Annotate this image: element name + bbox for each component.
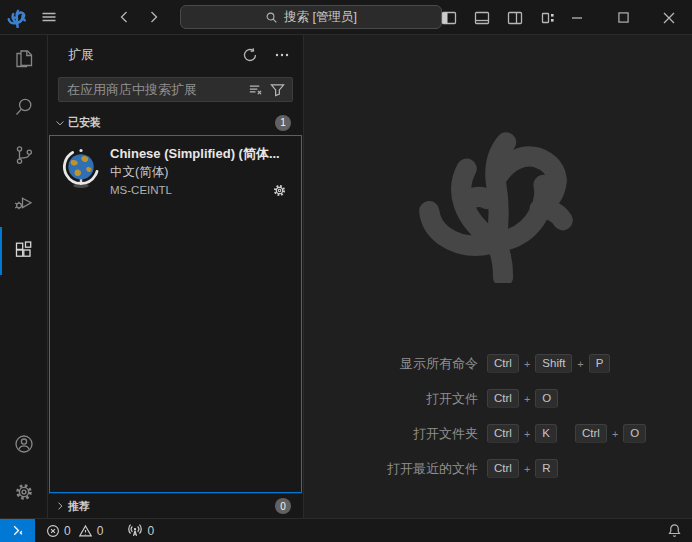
- menu-hamburger-icon[interactable]: [34, 9, 64, 25]
- extension-list-item[interactable]: Chinese (Simplified) (简体... 中文(简体) MS-CE…: [50, 136, 301, 199]
- clear-filter-icon[interactable]: [246, 81, 264, 99]
- extensions-search-input[interactable]: 在应用商店中搜索扩展: [58, 77, 293, 102]
- debug-icon: [12, 191, 36, 215]
- minimize-icon[interactable]: [554, 0, 600, 35]
- titlebar: 搜索 [管理员]: [0, 0, 692, 35]
- extension-description: 中文(简体): [110, 163, 293, 181]
- extension-meta: Chinese (Simplified) (简体... 中文(简体) MS-CE…: [110, 145, 293, 199]
- activity-bar-spacer: [0, 275, 47, 420]
- app-coral-logo-icon: [0, 7, 34, 28]
- nav-forward-arrow-icon[interactable]: [146, 9, 162, 25]
- ports-status[interactable]: 0: [121, 519, 160, 542]
- refresh-icon[interactable]: [241, 46, 259, 64]
- shortcut-open-file: 打开文件 Ctrl + O: [304, 388, 692, 409]
- shortcut-open-folder: 打开文件夹 Ctrl + K Ctrl + O: [304, 423, 692, 444]
- toggle-panel-icon[interactable]: [473, 9, 491, 27]
- search-icon: [12, 95, 36, 119]
- plus-separator: +: [524, 463, 530, 475]
- key-r: R: [535, 459, 557, 478]
- key-ctrl: Ctrl: [575, 424, 607, 443]
- remote-indicator[interactable]: [0, 519, 35, 542]
- shortcut-label: 显示所有命令: [304, 355, 478, 373]
- key-ctrl: Ctrl: [487, 424, 519, 443]
- ports-radio-tower-icon: [127, 523, 143, 538]
- error-count: 0: [64, 524, 71, 538]
- remote-icon: [10, 523, 25, 538]
- sidebar-title: 扩展: [68, 46, 94, 64]
- chevron-right-icon: [52, 498, 68, 514]
- gear-icon: [12, 480, 36, 504]
- key-shift: Shift: [535, 354, 572, 373]
- extension-publisher: MS-CEINTL: [110, 181, 172, 199]
- sidebar-item-settings[interactable]: [0, 468, 47, 516]
- key-ctrl: Ctrl: [487, 354, 519, 373]
- sidebar-item-run-debug[interactable]: [0, 179, 47, 227]
- sidebar-item-explorer[interactable]: [0, 35, 47, 83]
- error-icon: [46, 524, 60, 538]
- plus-separator: +: [524, 358, 530, 370]
- sidebar-item-search[interactable]: [0, 83, 47, 131]
- key-p: P: [589, 354, 611, 373]
- chevron-down-icon: [52, 115, 68, 131]
- section-recommended-label: 推荐: [68, 499, 90, 514]
- shortcut-show-all-commands: 显示所有命令 Ctrl + Shift + P: [304, 353, 692, 374]
- plus-separator: +: [577, 358, 583, 370]
- problems-status[interactable]: 0 0: [40, 519, 109, 542]
- shortcut-open-recent: 打开最近的文件 Ctrl + R: [304, 458, 692, 479]
- recommended-count-badge: 0: [275, 498, 291, 514]
- section-installed-label: 已安装: [68, 115, 101, 130]
- extensions-list[interactable]: Chinese (Simplified) (简体... 中文(简体) MS-CE…: [49, 135, 302, 493]
- sidebar-header: 扩展: [48, 35, 303, 75]
- installed-count-badge: 1: [275, 115, 291, 131]
- nav-back-arrow-icon[interactable]: [116, 9, 132, 25]
- key-ctrl: Ctrl: [487, 459, 519, 478]
- key-o: O: [535, 389, 558, 408]
- status-bar: 0 0 0: [0, 518, 692, 542]
- key-k: K: [535, 424, 557, 443]
- extensions-icon: [12, 239, 36, 263]
- maximize-icon[interactable]: [600, 0, 646, 35]
- command-center-search-label: 搜索 [管理员]: [284, 9, 357, 26]
- sidebar-item-source-control[interactable]: [0, 131, 47, 179]
- activity-bar: [0, 35, 48, 518]
- toggle-secondary-sidebar-icon[interactable]: [506, 9, 524, 27]
- section-recommended[interactable]: 推荐 0: [48, 493, 303, 518]
- ports-count: 0: [147, 524, 154, 538]
- section-installed[interactable]: 已安装 1: [48, 110, 303, 135]
- sidebar-item-accounts[interactable]: [0, 420, 47, 468]
- globe-language-pack-icon: [60, 148, 102, 190]
- manage-extension-gear-icon[interactable]: [272, 183, 287, 198]
- keyboard-shortcuts-watermark: 显示所有命令 Ctrl + Shift + P 打开文件 Ctrl + O 打开…: [304, 353, 692, 479]
- shortcut-label: 打开文件: [304, 390, 478, 408]
- plus-separator: +: [612, 428, 618, 440]
- warning-count: 0: [97, 524, 104, 538]
- shortcut-label: 打开最近的文件: [304, 460, 478, 478]
- notifications-bell-icon[interactable]: [657, 523, 692, 538]
- key-o: O: [623, 424, 646, 443]
- command-center-search[interactable]: 搜索 [管理员]: [180, 5, 442, 29]
- account-icon: [12, 432, 36, 456]
- git-branch-icon: [12, 143, 36, 167]
- plus-separator: +: [524, 428, 530, 440]
- editor-welcome-area: 显示所有命令 Ctrl + Shift + P 打开文件 Ctrl + O 打开…: [304, 35, 692, 518]
- files-icon: [12, 47, 36, 71]
- more-actions-ellipsis-icon[interactable]: [273, 46, 291, 64]
- extensions-search-placeholder: 在应用商店中搜索扩展: [67, 81, 242, 99]
- sidebar-item-extensions[interactable]: [0, 227, 47, 275]
- close-icon[interactable]: [646, 0, 692, 35]
- filter-icon[interactable]: [268, 81, 286, 99]
- plus-separator: +: [524, 393, 530, 405]
- extensions-sidebar: 扩展 在应用商店中搜索扩展: [48, 35, 304, 518]
- key-ctrl: Ctrl: [487, 389, 519, 408]
- shortcut-label: 打开文件夹: [304, 425, 478, 443]
- coral-watermark-logo: [407, 111, 589, 283]
- extension-name: Chinese (Simplified) (简体...: [110, 145, 293, 163]
- toggle-primary-sidebar-icon[interactable]: [440, 9, 458, 27]
- warning-icon: [78, 524, 93, 538]
